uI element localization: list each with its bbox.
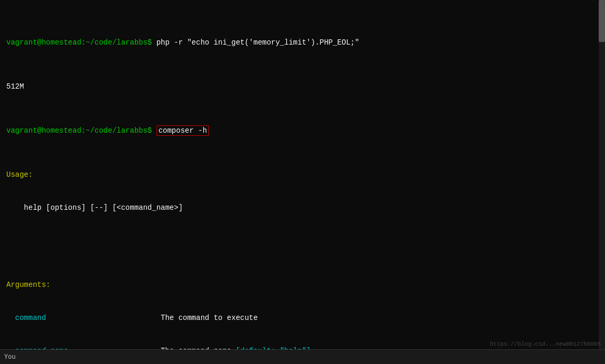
scrollbar-thumb[interactable] <box>599 0 605 42</box>
scrollbar[interactable] <box>599 0 605 364</box>
bottom-bar: You <box>0 349 605 364</box>
terminal-line-command: command The command to execute <box>6 313 599 324</box>
terminal-line-usage-label: Usage: <box>6 169 599 180</box>
terminal-line-3: vagrant@homestead:~/code/larabbs$ compos… <box>6 125 599 136</box>
prompt-1: vagrant@homestead:~/code/larabbs$ <box>6 38 157 47</box>
prompt-3: vagrant@homestead:~/code/larabbs$ <box>6 126 157 135</box>
cmd-3-boxed: composer -h <box>157 125 209 136</box>
terminal-line-2: 512M <box>6 81 599 92</box>
terminal-line-args-label: Arguments: <box>6 280 599 291</box>
cmd-1: php -r "echo ini_get('memory_limit').PHP… <box>157 38 359 47</box>
terminal-line-1: vagrant@homestead:~/code/larabbs$ php -r… <box>6 37 599 48</box>
terminal-output: vagrant@homestead:~/code/larabbs$ php -r… <box>0 0 605 364</box>
output-2: 512M <box>6 82 24 91</box>
watermark: https://blog.csd...new0012750065 <box>490 340 601 349</box>
terminal-blank-1 <box>6 235 599 247</box>
terminal-line-usage: help [options] [--] [<command_name>] <box>6 202 599 213</box>
you-label: You <box>4 352 16 362</box>
